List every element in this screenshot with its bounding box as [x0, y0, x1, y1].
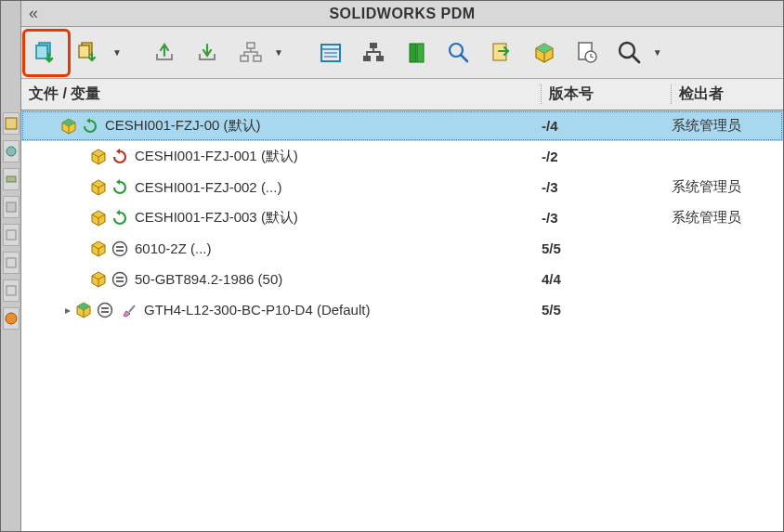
version-cell: -/2 — [542, 149, 672, 164]
structure-icon — [361, 41, 385, 65]
file-name: 6010-2Z (...) — [135, 240, 542, 256]
svg-point-31 — [113, 241, 127, 255]
tree-row[interactable]: 6010-2Z (...)5/5 — [21, 233, 783, 264]
file-tree[interactable]: CESHI001-FZJ-00 (默认)-/4系统管理员CESHI001-FZJ… — [21, 110, 783, 531]
column-file[interactable]: 文件 / 变量 — [21, 84, 542, 104]
svg-line-25 — [461, 55, 467, 61]
svg-point-1 — [7, 147, 16, 156]
version-cell: 5/5 — [542, 302, 672, 318]
checkin-icon — [196, 41, 220, 65]
svg-rect-12 — [247, 43, 255, 48]
panel-title: SOLIDWORKS PDM — [21, 6, 783, 22]
checkout-cell: 系统管理员 — [672, 178, 783, 196]
version-cell: 5/5 — [542, 240, 672, 256]
cube-button[interactable] — [529, 37, 560, 69]
svg-rect-14 — [254, 56, 261, 61]
svg-point-34 — [113, 272, 127, 286]
part-icon — [88, 208, 109, 228]
svg-rect-22 — [410, 44, 416, 62]
tree-button[interactable] — [235, 37, 267, 69]
card-button[interactable] — [315, 37, 346, 69]
sidebar-slot[interactable] — [3, 224, 20, 246]
version-cell: -/4 — [542, 118, 672, 134]
brush-icon — [120, 301, 138, 319]
dropdown-caret-icon[interactable]: ▼ — [653, 47, 662, 58]
svg-line-40 — [129, 305, 135, 312]
checkout-cell: 系统管理员 — [672, 117, 783, 135]
svg-rect-11 — [79, 45, 89, 58]
checkout-cell: 系统管理员 — [672, 209, 783, 227]
card-icon — [319, 41, 343, 65]
tree-row[interactable]: CESHI001-FZJ-00 (默认)-/4系统管理员 — [21, 110, 783, 141]
columns-button[interactable] — [400, 37, 432, 69]
part-icon — [88, 239, 109, 259]
svg-line-30 — [633, 56, 639, 62]
tree-row[interactable]: 50-GBT894.2-1986 (50)4/4 — [21, 264, 783, 294]
pages-arrow-icon — [77, 41, 101, 65]
get-latest-button[interactable] — [31, 37, 62, 69]
dropdown-caret-icon[interactable]: ▼ — [274, 47, 283, 58]
sidebar-slot[interactable] — [3, 307, 20, 330]
status-icon — [111, 240, 129, 258]
svg-point-37 — [98, 303, 112, 317]
part-icon — [88, 147, 109, 167]
title-bar: « SOLIDWORKS PDM — [21, 1, 783, 27]
sidebar-slot[interactable] — [3, 196, 20, 218]
checkout-icon — [153, 41, 177, 65]
file-name: GTH4-L12-300-BC-P10-D4 (Default) — [144, 302, 542, 318]
status-icon — [111, 178, 129, 197]
version-cell: -/3 — [542, 210, 672, 226]
structure-button[interactable] — [358, 37, 389, 69]
column-version[interactable]: 版本号 — [542, 84, 672, 104]
svg-rect-5 — [7, 258, 16, 267]
file-name: CESHI001-FZJ-001 (默认) — [135, 148, 542, 165]
svg-rect-3 — [7, 202, 16, 212]
checkout-button[interactable] — [150, 37, 181, 69]
checkin-button[interactable] — [192, 37, 224, 69]
search-icon — [447, 41, 471, 65]
file-name: CESHI001-FZJ-00 (默认) — [105, 117, 542, 135]
svg-rect-19 — [370, 43, 377, 48]
tree-row[interactable]: ▸GTH4-L12-300-BC-P10-D4 (Default)5/5 — [21, 294, 783, 325]
app-window: « SOLIDWORKS PDM ▼ — [0, 0, 784, 532]
version-cell: -/3 — [542, 179, 672, 195]
sidebar-slot[interactable] — [3, 279, 20, 302]
status-icon — [96, 301, 114, 319]
magnify-button[interactable] — [614, 37, 646, 69]
doc-clock-button[interactable] — [571, 37, 603, 69]
collapse-icon[interactable]: « — [29, 4, 38, 23]
column-checkout[interactable]: 检出者 — [672, 84, 783, 104]
get-version-button[interactable] — [73, 37, 105, 69]
file-name: 50-GBT894.2-1986 (50) — [135, 271, 542, 287]
magnify-icon — [617, 40, 643, 66]
tree-row[interactable]: CESHI001-FZJ-003 (默认)-/3系统管理员 — [21, 202, 783, 233]
status-icon — [81, 117, 99, 136]
doc-clock-icon — [575, 41, 599, 65]
sidebar-slot[interactable] — [3, 112, 20, 135]
part-icon — [88, 177, 109, 198]
search-button[interactable] — [443, 37, 475, 69]
tree-icon — [239, 41, 263, 65]
dropdown-caret-icon[interactable]: ▼ — [112, 47, 122, 58]
sidebar-slot[interactable] — [3, 140, 20, 162]
status-icon — [111, 148, 129, 166]
expander-icon[interactable]: ▸ — [62, 304, 73, 317]
status-icon — [111, 270, 129, 289]
version-cell: 4/4 — [542, 271, 672, 287]
tree-row[interactable]: CESHI001-FZJ-001 (默认)-/2 — [21, 141, 783, 172]
svg-rect-21 — [376, 56, 384, 61]
page-arrow-button[interactable] — [486, 37, 517, 69]
svg-rect-13 — [241, 56, 248, 61]
toolbar: ▼ — [21, 27, 783, 79]
tree-row[interactable]: CESHI001-FZJ-002 (...)-/3系统管理员 — [21, 172, 783, 202]
part-icon — [88, 269, 109, 290]
get-latest-icon — [33, 40, 59, 66]
file-name: CESHI001-FZJ-002 (...) — [135, 179, 542, 195]
sidebar-slot[interactable] — [3, 168, 20, 190]
file-name: CESHI001-FZJ-003 (默认) — [135, 209, 542, 227]
assembly-icon — [73, 300, 94, 320]
column-headers: 文件 / 变量 版本号 检出者 — [21, 79, 783, 110]
page-arrow-icon — [490, 41, 514, 65]
sidebar-slot[interactable] — [3, 252, 20, 274]
cube-icon — [532, 41, 556, 65]
